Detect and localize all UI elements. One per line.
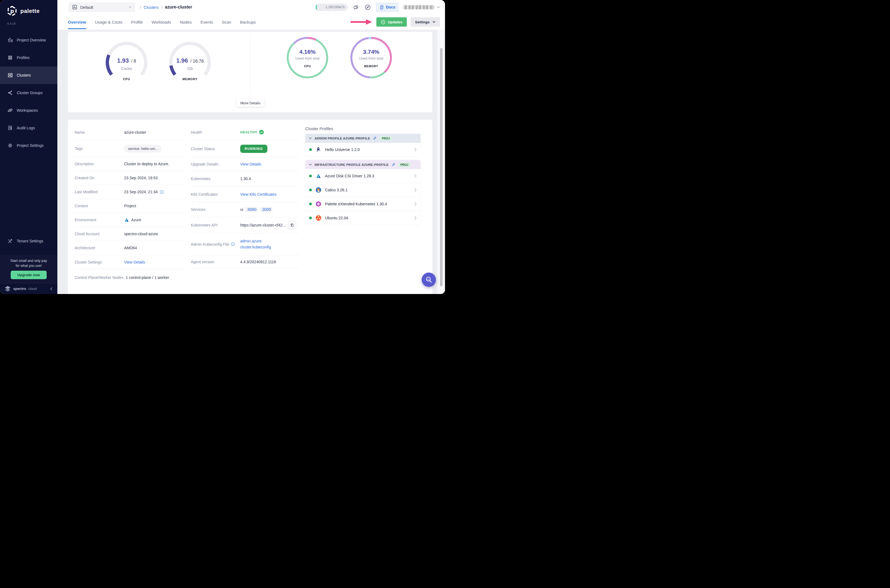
sidebar-item-clusters[interactable]: Clusters bbox=[0, 66, 57, 84]
search-icon bbox=[425, 276, 432, 283]
kubeconfig-file-link[interactable]: admin.azure- cluster.kubeconfig bbox=[240, 238, 271, 250]
settings-button[interactable]: Settings bbox=[411, 17, 440, 27]
cluster-settings-view-details-link[interactable]: View Details bbox=[124, 260, 145, 264]
sidebar-item-audit-logs[interactable]: Audit Logs bbox=[0, 119, 57, 137]
running-status-badge: RUNNING bbox=[240, 145, 267, 153]
spectro-cloud-logo-icon bbox=[5, 286, 11, 292]
chevron-down-icon bbox=[432, 20, 436, 24]
upgrade-view-details-link[interactable]: View Details bbox=[240, 162, 261, 166]
hello-universe-icon bbox=[315, 146, 322, 153]
status-row-cluster-status: Cluster Status RUNNING bbox=[191, 140, 299, 157]
breadcrumb-current: azure-cluster bbox=[165, 4, 192, 10]
app-version: 4.4.19 bbox=[7, 22, 16, 25]
upgrade-now-button[interactable]: Upgrade now bbox=[11, 271, 47, 279]
profile-layer-palette-extended-kubernetes[interactable]: Palette eXtended Kubernetes 1.30.4 bbox=[305, 197, 420, 211]
sidebar-item-workspaces[interactable]: Workspaces bbox=[0, 102, 57, 119]
sidebar-item-profiles[interactable]: Profiles bbox=[0, 49, 57, 66]
tab-backups[interactable]: Backups bbox=[240, 14, 256, 30]
health-status: HEALTHY bbox=[240, 130, 264, 135]
view-k8s-certificates-link[interactable]: View K8s Certificates bbox=[240, 192, 276, 196]
calico-icon bbox=[315, 187, 322, 193]
sidebar-item-label: Cluster Groups bbox=[17, 91, 42, 95]
tab-usage-costs[interactable]: Usage & Costs bbox=[95, 14, 122, 30]
detail-row-environment: Environment Azure bbox=[75, 213, 185, 227]
sidebar-item-tenant-settings[interactable]: Tenant Settings bbox=[0, 232, 57, 250]
scope-badge: PROJ bbox=[380, 136, 392, 141]
link-icon[interactable] bbox=[392, 162, 396, 166]
sidebar-item-label: Profiles bbox=[17, 56, 30, 60]
detail-row-name: Name azure-cluster bbox=[75, 124, 185, 140]
sidebar-item-label: Project Overview bbox=[17, 38, 46, 42]
azure-logo-icon bbox=[315, 172, 322, 179]
link-icon[interactable] bbox=[373, 136, 377, 140]
annotation-arrow bbox=[350, 19, 372, 25]
updates-button-label: Updates bbox=[388, 20, 402, 24]
user-menu[interactable] bbox=[403, 5, 440, 9]
profile-layer-azure-disk-csi[interactable]: Azure Disk CSI Driver 1.28.3 bbox=[305, 169, 420, 183]
chat-button[interactable] bbox=[352, 4, 360, 11]
status-dot bbox=[309, 189, 312, 191]
cpu-donut-value: 4.16% Used from total CPU bbox=[284, 49, 331, 68]
project-chart-icon bbox=[72, 4, 77, 10]
status-column: Health HEALTHY Cluster bbox=[191, 124, 299, 268]
collapse-sidebar-icon[interactable] bbox=[50, 287, 53, 290]
scrollbar-thumb[interactable] bbox=[440, 48, 443, 286]
search-fab-button[interactable] bbox=[422, 273, 436, 287]
more-details-button[interactable]: More Details bbox=[236, 99, 264, 107]
tab-scan[interactable]: Scan bbox=[222, 14, 231, 30]
status-row-agent-version: Agent version 4.4.9/20240912.1118 bbox=[191, 255, 299, 268]
breadcrumb-clusters-link[interactable]: Clusters bbox=[144, 5, 159, 10]
status-row-admin-kubeconfig: Admin Kubeconfig File admin.azure- clust… bbox=[191, 233, 299, 255]
azure-logo-icon bbox=[124, 218, 129, 222]
status-dot bbox=[309, 148, 312, 151]
palette-logo-icon: p bbox=[7, 6, 18, 16]
docs-button[interactable]: Docs bbox=[376, 3, 399, 12]
sidebar-item-label: Project Settings bbox=[17, 143, 44, 148]
copy-button[interactable] bbox=[288, 221, 296, 229]
tab-nodes[interactable]: Nodes bbox=[180, 14, 192, 30]
profile-layer-hello-universe[interactable]: Hello Universe 1.2.0 bbox=[305, 143, 420, 156]
status-dot bbox=[309, 202, 312, 206]
infrastructure-profile-header[interactable]: INFRASTRUCTURE PROFILE AZURE-PROFILE PRO… bbox=[305, 160, 420, 169]
project-selector[interactable]: Default bbox=[69, 3, 135, 12]
chevron-down-icon bbox=[129, 6, 132, 9]
orbit-icon bbox=[8, 108, 13, 113]
brand-name-light: cloud bbox=[28, 286, 37, 291]
tab-profile[interactable]: Profile bbox=[131, 14, 143, 30]
palette-app-window: p palette 4.4.19 Project Overview Prof bbox=[0, 0, 445, 294]
network-icon bbox=[8, 90, 13, 96]
logo-text: palette bbox=[20, 8, 40, 14]
status-row-kubernetes: Kubernetes 1.30.4 bbox=[191, 171, 299, 187]
sidebar-item-label: Tenant Settings bbox=[17, 239, 44, 243]
profile-layer-calico[interactable]: Calico 3.26.1 bbox=[305, 183, 420, 197]
tag-pill[interactable]: service: hello-uni... bbox=[124, 145, 161, 152]
chevron-right-icon bbox=[414, 202, 417, 206]
resource-usage-card: 1.93 / 8 Cores CPU 1.96 / 16.76 Gb MEMOR… bbox=[68, 32, 432, 112]
tab-workloads[interactable]: Workloads bbox=[152, 14, 171, 30]
detail-row-cloud-account: Cloud Account spectro-cloud-azure bbox=[75, 227, 185, 241]
service-port-link[interactable]: :3000 bbox=[260, 207, 272, 212]
tab-events[interactable]: Events bbox=[200, 14, 213, 30]
sidebar-item-project-settings[interactable]: Project Settings bbox=[0, 137, 57, 154]
sidebar: p palette 4.4.19 Project Overview Prof bbox=[0, 0, 57, 294]
promo-text: Start small and only pay for what you us… bbox=[0, 258, 57, 268]
addon-profile-group: ADDON PROFILE AZURE-PROFILE PROJ bbox=[305, 134, 420, 156]
info-icon[interactable] bbox=[160, 190, 164, 194]
memory-donut-value: 3.74% Used from total MEMORY bbox=[348, 49, 395, 68]
service-port-link[interactable]: :8080 bbox=[245, 207, 258, 212]
sidebar-item-project-overview[interactable]: Project Overview bbox=[0, 31, 57, 49]
tab-overview[interactable]: Overview bbox=[68, 14, 86, 30]
status-dot bbox=[309, 217, 312, 219]
updates-button[interactable]: Updates bbox=[377, 17, 407, 27]
profile-layer-ubuntu[interactable]: Ubuntu 22.04 bbox=[305, 211, 420, 225]
addon-profile-header[interactable]: ADDON PROFILE AZURE-PROFILE PROJ bbox=[305, 134, 420, 143]
sidebar-item-cluster-groups[interactable]: Cluster Groups bbox=[0, 84, 57, 102]
sidebar-nav: Project Overview Profiles Clusters bbox=[0, 31, 57, 154]
chevron-down-icon bbox=[437, 6, 440, 9]
info-icon[interactable] bbox=[231, 242, 235, 246]
breadcrumb-separator: / bbox=[161, 5, 162, 10]
details-column: Name azure-cluster Tags service: hello-u… bbox=[75, 124, 185, 286]
sidebar-item-label: Clusters bbox=[17, 73, 31, 77]
explore-button[interactable] bbox=[364, 4, 371, 11]
circle-chevron-up-icon bbox=[381, 20, 386, 24]
